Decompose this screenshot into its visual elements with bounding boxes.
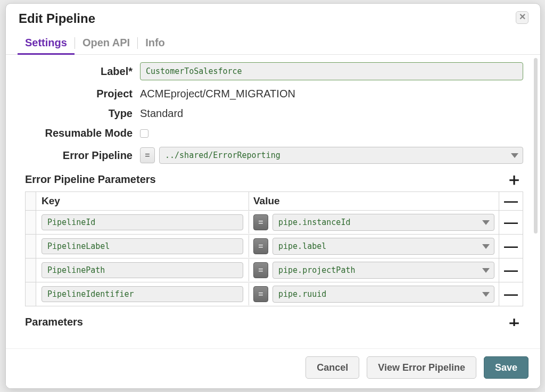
error-pipeline-expression-toggle[interactable]: = — [140, 147, 155, 163]
error-param-row: = pipe.ruuid — — [26, 282, 523, 306]
param-value-text: pipe.instanceId — [278, 218, 350, 227]
row-type: Type Standard — [25, 107, 523, 120]
error-param-row: = pipe.label — — [26, 235, 523, 258]
dialog-footer: Cancel View Error Pipeline Save — [6, 348, 540, 388]
param-value-dropdown[interactable]: pipe.label — [272, 238, 494, 255]
settings-panel: Label* Project ACMEproject/CRM_MIGRATION… — [6, 55, 534, 348]
remove-row-button[interactable]: — — [502, 262, 520, 278]
error-params-header: Error Pipeline Parameters ＋ — [25, 171, 523, 187]
dialog-title: Edit Pipeline — [19, 11, 95, 26]
param-key-input[interactable] — [42, 286, 243, 302]
chevron-down-icon — [482, 292, 490, 297]
param-key-input[interactable] — [42, 262, 243, 278]
param-expression-toggle[interactable]: = — [253, 238, 268, 254]
remove-row-icon[interactable]: — — [502, 193, 520, 209]
param-value-dropdown[interactable]: pipe.ruuid — [272, 286, 494, 303]
error-param-row: = pipe.projectPath — — [26, 258, 523, 282]
row-project: Project ACMEproject/CRM_MIGRATION — [25, 88, 523, 100]
chevron-down-icon — [482, 268, 490, 273]
tab-bar: Settings Open API Info — [6, 32, 540, 55]
row-label: Label* — [25, 62, 523, 80]
value-project: ACMEproject/CRM_MIGRATION — [140, 88, 295, 100]
row-handle[interactable] — [26, 258, 36, 282]
param-expression-toggle[interactable]: = — [253, 214, 268, 230]
row-handle[interactable] — [26, 282, 36, 306]
scrollbar-thumb[interactable] — [534, 58, 538, 233]
label-input[interactable] — [140, 62, 523, 80]
row-handle[interactable] — [26, 211, 36, 234]
label-label: Label* — [25, 65, 140, 78]
row-handle[interactable] — [26, 235, 36, 258]
resumable-checkbox[interactable] — [140, 129, 148, 138]
param-key-input[interactable] — [42, 214, 243, 230]
parameters-title: Parameters — [25, 316, 83, 328]
remove-row-button[interactable]: — — [502, 286, 520, 302]
add-parameter-button[interactable]: ＋ — [505, 319, 523, 326]
param-value-text: pipe.projectPath — [278, 265, 356, 275]
chevron-down-icon — [482, 220, 490, 225]
param-value-text: pipe.ruuid — [278, 289, 326, 299]
col-value-header: Value — [249, 192, 499, 210]
label-project: Project — [25, 88, 140, 100]
vertical-scrollbar[interactable] — [534, 55, 540, 348]
param-value-dropdown[interactable]: pipe.projectPath — [272, 262, 494, 279]
tab-open-api[interactable]: Open API — [75, 32, 137, 54]
param-key-input[interactable] — [42, 238, 243, 254]
dialog-header: Edit Pipeline ✕ — [6, 4, 540, 28]
error-params-table-head: Key Value — — [26, 192, 523, 211]
save-button[interactable]: Save — [484, 356, 529, 379]
add-error-param-button[interactable]: ＋ — [505, 171, 523, 187]
label-resumable: Resumable Mode — [25, 127, 140, 139]
error-pipeline-dropdown[interactable]: ../shared/ErrorReporting — [159, 147, 523, 164]
row-resumable: Resumable Mode — [25, 127, 523, 139]
col-key-header: Key — [36, 192, 249, 210]
tab-settings[interactable]: Settings — [18, 32, 75, 54]
param-value-text: pipe.label — [278, 241, 326, 251]
param-expression-toggle[interactable]: = — [253, 286, 268, 302]
dialog-body: Label* Project ACMEproject/CRM_MIGRATION… — [6, 55, 540, 348]
tab-info[interactable]: Info — [138, 32, 172, 54]
remove-row-button[interactable]: — — [502, 238, 520, 254]
edit-pipeline-dialog: Edit Pipeline ✕ Settings Open API Info L… — [5, 3, 541, 389]
error-param-row: = pipe.instanceId — — [26, 211, 523, 235]
parameters-header: Parameters ＋ — [25, 316, 523, 328]
row-error-pipeline: Error Pipeline = ../shared/ErrorReportin… — [25, 147, 523, 164]
label-type: Type — [25, 107, 140, 120]
col-action-header: — — [499, 193, 523, 209]
error-pipeline-value: ../shared/ErrorReporting — [165, 151, 280, 160]
row-handle-header — [26, 192, 36, 210]
value-type: Standard — [140, 107, 183, 120]
chevron-down-icon — [482, 244, 490, 249]
view-error-pipeline-button[interactable]: View Error Pipeline — [367, 356, 476, 379]
error-params-title: Error Pipeline Parameters — [25, 173, 156, 186]
remove-row-button[interactable]: — — [502, 214, 520, 230]
cancel-button[interactable]: Cancel — [305, 356, 359, 379]
close-button[interactable]: ✕ — [516, 11, 529, 24]
error-params-table: Key Value — = pipe.instanceId — [25, 191, 523, 306]
chevron-down-icon — [511, 153, 518, 158]
param-expression-toggle[interactable]: = — [253, 262, 268, 278]
label-error-pipeline: Error Pipeline — [25, 149, 140, 162]
param-value-dropdown[interactable]: pipe.instanceId — [272, 214, 494, 231]
